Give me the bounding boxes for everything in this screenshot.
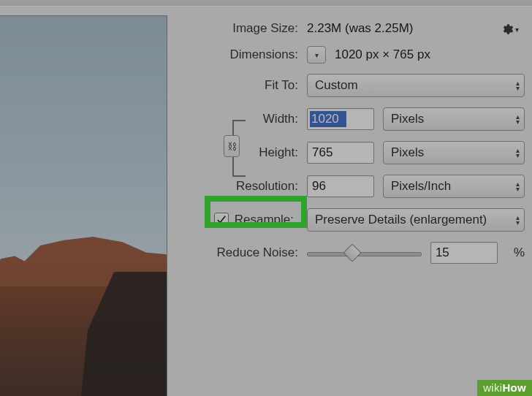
fit-to-label: Fit To: [189,78,298,93]
dimensions-unit-toggle[interactable]: ▾ [307,46,326,64]
watermark-prefix: wiki [483,381,502,394]
wikihow-watermark: wikiHow [477,380,532,396]
resolution-unit-select[interactable]: Pixels/Inch ▴▾ [383,175,525,198]
link-icon: ⛓ [227,141,237,152]
dimensions-value: 1020 px × 765 px [335,47,430,62]
controls-panel: Image Size: 2.23M (was 2.25M) Dimensions… [189,15,525,274]
image-size-dialog: ▾ Image Size: 2.23M (was 2.25M) Dimensio… [0,6,532,396]
fit-to-select[interactable]: Custom ▴▾ [307,74,525,97]
resample-checkbox[interactable] [214,213,229,227]
updown-icon: ▴▾ [516,80,520,91]
width-input-wrap: 1020 [307,108,374,130]
resolution-input[interactable] [307,175,374,197]
resolution-unit-value: Pixels/Inch [391,179,451,194]
dimensions-label: Dimensions: [189,47,298,62]
height-unit-value: Pixels [391,145,424,160]
resolution-label: Resolution: [189,179,298,194]
width-input-seltext: 1020 [311,108,339,130]
width-unit-select[interactable]: Pixels ▴▾ [383,107,525,131]
height-input[interactable] [307,142,374,164]
resample-method-select[interactable]: Preserve Details (enlargement) ▴▾ [307,208,525,232]
watermark-suffix: How [502,381,526,394]
slider-track [307,252,422,256]
height-unit-select[interactable]: Pixels ▴▾ [383,141,525,164]
width-unit-value: Pixels [391,112,424,126]
image-preview[interactable] [0,15,167,396]
updown-icon: ▴▾ [516,114,520,124]
resample-method-value: Preserve Details (enlargement) [315,213,487,227]
check-icon [216,215,227,225]
reduce-noise-label: Reduce Noise: [189,245,298,260]
reduce-noise-slider[interactable] [307,245,422,260]
updown-icon: ▴▾ [516,215,520,225]
image-size-value: 2.23M (was 2.25M) [307,21,414,36]
percent-label: % [514,245,525,260]
slider-thumb[interactable] [343,243,361,262]
reduce-noise-input[interactable] [430,242,498,264]
chevron-down-icon: ▾ [315,51,319,59]
fit-to-value: Custom [315,78,358,93]
updown-icon: ▴▾ [516,148,520,158]
constrain-proportions-button[interactable]: ⛓ [224,135,240,157]
image-size-label: Image Size: [189,21,298,36]
resample-label: Resample: [235,213,294,227]
updown-icon: ▴▾ [516,181,520,191]
